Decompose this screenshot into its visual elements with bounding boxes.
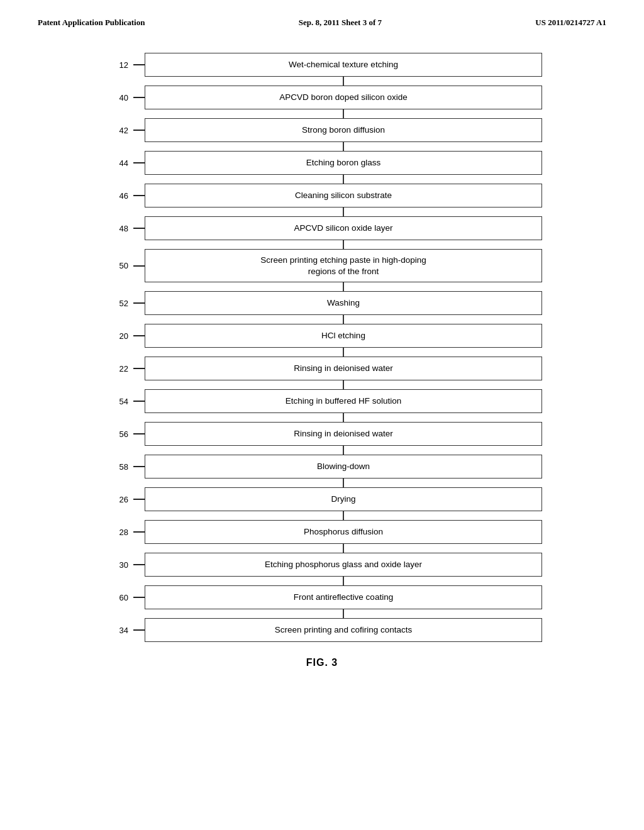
step-row: 46Cleaning silicon substrate <box>102 184 542 208</box>
step-box: Rinsing in deionised water <box>145 357 542 380</box>
h-connector <box>133 64 145 65</box>
v-connector-bar <box>343 175 344 184</box>
v-connector-row <box>102 109 542 118</box>
diagram-container: 12Wet-chemical texture etching40APCVD bo… <box>0 53 644 668</box>
h-connector <box>133 130 145 131</box>
v-connector-spacer <box>102 479 343 487</box>
v-connector-spacer <box>102 282 343 291</box>
v-connector-bar <box>343 609 344 618</box>
v-connector-bar <box>343 208 344 216</box>
v-connector-row <box>102 413 542 422</box>
step-number: 46 <box>102 191 133 201</box>
h-connector <box>133 162 145 163</box>
h-connector <box>133 265 145 267</box>
v-connector-bar <box>343 544 344 553</box>
step-group: 40APCVD boron doped silicon oxide <box>102 86 542 118</box>
step-row: 40APCVD boron doped silicon oxide <box>102 86 542 109</box>
step-group: 30Etching phosphorus glass and oxide lay… <box>102 553 542 585</box>
v-connector-spacer <box>102 446 343 455</box>
step-row: 12Wet-chemical texture etching <box>102 53 542 77</box>
step-box: Front antireflective coating <box>145 585 542 609</box>
v-connector-spacer <box>102 413 343 422</box>
h-connector <box>133 597 145 598</box>
step-number: 50 <box>102 261 133 270</box>
v-connector-row <box>102 577 542 585</box>
v-connector-row <box>102 208 542 216</box>
v-connector-row <box>102 240 542 249</box>
step-box: Etching phosphorus glass and oxide layer <box>145 553 542 577</box>
h-connector <box>133 302 145 304</box>
step-row: 60Front antireflective coating <box>102 585 542 609</box>
v-connector-spacer <box>102 577 343 585</box>
step-number: 22 <box>102 364 133 374</box>
v-connector-spacer <box>102 240 343 249</box>
v-connector-row <box>102 511 542 520</box>
v-connector-bar <box>343 109 344 118</box>
step-number: 12 <box>102 60 133 70</box>
step-box: Etching in buffered HF solution <box>145 389 542 413</box>
step-box: Blowing-down <box>145 455 542 479</box>
v-connector-row <box>102 175 542 184</box>
step-row: 52Washing <box>102 291 542 315</box>
v-connector-bar <box>343 240 344 249</box>
h-connector <box>133 368 145 369</box>
step-group: 54Etching in buffered HF solution <box>102 389 542 422</box>
v-connector-bar <box>343 446 344 455</box>
h-connector <box>133 335 145 336</box>
step-group: 42Strong boron diffusion <box>102 118 542 151</box>
h-connector <box>133 466 145 467</box>
step-group: 56Rinsing in deionised water <box>102 422 542 455</box>
step-row: 48APCVD silicon oxide layer <box>102 216 542 240</box>
step-group: 58Blowing-down <box>102 455 542 487</box>
v-connector-spacer <box>102 109 343 118</box>
v-connector-spacer <box>102 175 343 184</box>
h-connector <box>133 97 145 98</box>
step-row: 22Rinsing in deionised water <box>102 357 542 380</box>
v-connector-row <box>102 282 542 291</box>
step-number: 42 <box>102 126 133 135</box>
step-row: 44Etching boron glass <box>102 151 542 175</box>
step-row: 42Strong boron diffusion <box>102 118 542 142</box>
step-box: Rinsing in deionised water <box>145 422 542 446</box>
step-row: 50Screen printing etching paste in high-… <box>102 249 542 282</box>
figure-caption: FIG. 3 <box>306 657 338 668</box>
step-number: 44 <box>102 158 133 168</box>
v-connector-row <box>102 348 542 357</box>
h-connector <box>133 195 145 196</box>
v-connector-row <box>102 77 542 86</box>
header-middle: Sep. 8, 2011 Sheet 3 of 7 <box>299 18 382 28</box>
h-connector <box>133 629 145 631</box>
v-connector-bar <box>343 348 344 357</box>
step-number: 34 <box>102 626 133 635</box>
step-box: HCl etching <box>145 324 542 348</box>
v-connector-spacer <box>102 511 343 520</box>
v-connector-spacer <box>102 380 343 389</box>
step-group: 12Wet-chemical texture etching <box>102 53 542 86</box>
h-connector <box>133 433 145 434</box>
v-connector-spacer <box>102 77 343 86</box>
step-group: 52Washing <box>102 291 542 324</box>
step-box: Etching boron glass <box>145 151 542 175</box>
step-group: 44Etching boron glass <box>102 151 542 184</box>
v-connector-spacer <box>102 142 343 151</box>
page-header: Patent Application Publication Sep. 8, 2… <box>0 0 644 28</box>
v-connector-row <box>102 142 542 151</box>
step-group: 20HCl etching <box>102 324 542 357</box>
step-number: 58 <box>102 462 133 472</box>
header-right: US 2011/0214727 A1 <box>535 18 606 28</box>
step-group: 60Front antireflective coating <box>102 585 542 618</box>
h-connector <box>133 401 145 402</box>
v-connector-spacer <box>102 609 343 618</box>
step-box: Washing <box>145 291 542 315</box>
step-box: Strong boron diffusion <box>145 118 542 142</box>
step-box: Wet-chemical texture etching <box>145 53 542 77</box>
v-connector-row <box>102 609 542 618</box>
h-connector <box>133 564 145 565</box>
v-connector-bar <box>343 577 344 585</box>
step-box: APCVD boron doped silicon oxide <box>145 86 542 109</box>
step-number: 30 <box>102 560 133 570</box>
step-number: 52 <box>102 299 133 308</box>
v-connector-spacer <box>102 315 343 324</box>
v-connector-bar <box>343 315 344 324</box>
h-connector <box>133 499 145 500</box>
